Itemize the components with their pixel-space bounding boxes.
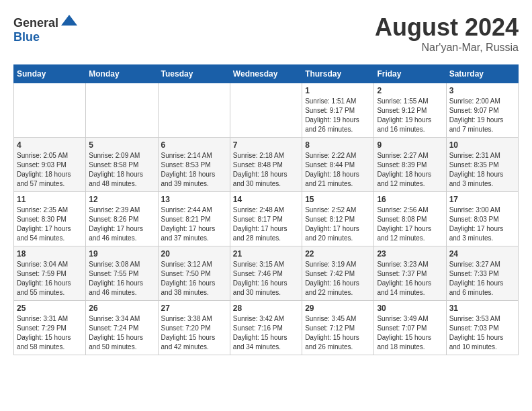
day-info: Sunrise: 3:15 AMSunset: 7:46 PMDaylight:… <box>233 260 299 298</box>
calendar-cell: 13Sunrise: 2:44 AMSunset: 8:21 PMDayligh… <box>158 192 230 246</box>
calendar-cell <box>230 83 302 138</box>
page-title: August 2024 <box>375 13 519 42</box>
day-number: 20 <box>161 249 227 259</box>
day-number: 26 <box>89 304 154 313</box>
calendar-cell: 3Sunrise: 2:00 AMSunset: 9:07 PMDaylight… <box>446 83 518 138</box>
day-number: 21 <box>233 249 299 259</box>
day-info: Sunrise: 3:49 AMSunset: 7:07 PMDaylight:… <box>377 314 443 352</box>
day-number: 30 <box>377 304 443 313</box>
calendar-cell <box>158 83 230 138</box>
calendar-cell: 9Sunrise: 2:27 AMSunset: 8:39 PMDaylight… <box>374 138 446 192</box>
day-number: 27 <box>161 304 227 313</box>
calendar-cell: 15Sunrise: 2:52 AMSunset: 8:12 PMDayligh… <box>302 192 374 246</box>
header-day-wednesday: Wednesday <box>230 65 302 83</box>
week-row-4: 18Sunrise: 3:04 AMSunset: 7:59 PMDayligh… <box>14 246 519 301</box>
day-number: 23 <box>377 249 443 259</box>
calendar-cell: 14Sunrise: 2:48 AMSunset: 8:17 PMDayligh… <box>230 192 302 246</box>
calendar-cell: 28Sunrise: 3:42 AMSunset: 7:16 PMDayligh… <box>230 301 302 355</box>
header-day-friday: Friday <box>374 65 446 83</box>
day-number: 9 <box>377 140 443 150</box>
day-info: Sunrise: 3:19 AMSunset: 7:42 PMDaylight:… <box>305 260 371 298</box>
calendar-cell: 31Sunrise: 3:53 AMSunset: 7:03 PMDayligh… <box>446 301 518 355</box>
calendar-cell: 18Sunrise: 3:04 AMSunset: 7:59 PMDayligh… <box>14 246 86 301</box>
day-number: 10 <box>449 140 515 150</box>
day-number: 4 <box>17 140 83 150</box>
header-day-monday: Monday <box>86 65 158 83</box>
day-info: Sunrise: 2:52 AMSunset: 8:12 PMDaylight:… <box>305 205 371 243</box>
calendar-cell: 19Sunrise: 3:08 AMSunset: 7:55 PMDayligh… <box>86 246 158 301</box>
calendar-header: SundayMondayTuesdayWednesdayThursdayFrid… <box>14 65 519 83</box>
calendar-cell: 25Sunrise: 3:31 AMSunset: 7:29 PMDayligh… <box>14 301 86 355</box>
day-info: Sunrise: 3:45 AMSunset: 7:12 PMDaylight:… <box>305 314 371 352</box>
logo: General Blue <box>13 13 79 44</box>
day-number: 12 <box>89 195 154 204</box>
calendar-cell: 23Sunrise: 3:23 AMSunset: 7:37 PMDayligh… <box>374 246 446 301</box>
week-row-2: 4Sunrise: 2:05 AMSunset: 9:03 PMDaylight… <box>14 138 519 192</box>
day-info: Sunrise: 2:44 AMSunset: 8:21 PMDaylight:… <box>161 205 227 243</box>
day-info: Sunrise: 2:14 AMSunset: 8:53 PMDaylight:… <box>161 151 227 189</box>
day-info: Sunrise: 3:38 AMSunset: 7:20 PMDaylight:… <box>161 314 227 352</box>
day-number: 14 <box>233 195 299 204</box>
calendar-cell: 24Sunrise: 3:27 AMSunset: 7:33 PMDayligh… <box>446 246 518 301</box>
day-info: Sunrise: 2:00 AMSunset: 9:07 PMDaylight:… <box>449 97 515 134</box>
calendar-cell: 7Sunrise: 2:18 AMSunset: 8:48 PMDaylight… <box>230 138 302 192</box>
logo-text: General Blue <box>13 13 79 44</box>
day-info: Sunrise: 2:35 AMSunset: 8:30 PMDaylight:… <box>17 205 83 243</box>
calendar-cell: 27Sunrise: 3:38 AMSunset: 7:20 PMDayligh… <box>158 301 230 355</box>
day-number: 24 <box>449 249 515 259</box>
day-info: Sunrise: 3:27 AMSunset: 7:33 PMDaylight:… <box>449 260 515 298</box>
day-info: Sunrise: 2:39 AMSunset: 8:26 PMDaylight:… <box>89 205 154 243</box>
day-info: Sunrise: 1:55 AMSunset: 9:12 PMDaylight:… <box>377 97 443 134</box>
day-number: 2 <box>377 86 443 95</box>
calendar-table: SundayMondayTuesdayWednesdayThursdayFrid… <box>13 64 519 355</box>
day-info: Sunrise: 1:51 AMSunset: 9:17 PMDaylight:… <box>305 97 371 134</box>
week-row-5: 25Sunrise: 3:31 AMSunset: 7:29 PMDayligh… <box>14 301 519 355</box>
calendar-cell: 5Sunrise: 2:09 AMSunset: 8:58 PMDaylight… <box>86 138 158 192</box>
logo-icon <box>60 13 79 27</box>
calendar-cell <box>14 83 86 138</box>
week-row-3: 11Sunrise: 2:35 AMSunset: 8:30 PMDayligh… <box>14 192 519 246</box>
day-info: Sunrise: 2:31 AMSunset: 8:35 PMDaylight:… <box>449 151 515 189</box>
header-day-thursday: Thursday <box>302 65 374 83</box>
calendar-cell: 6Sunrise: 2:14 AMSunset: 8:53 PMDaylight… <box>158 138 230 192</box>
svg-marker-0 <box>61 15 77 26</box>
header-day-tuesday: Tuesday <box>158 65 230 83</box>
day-info: Sunrise: 3:04 AMSunset: 7:59 PMDaylight:… <box>17 260 83 298</box>
calendar-cell: 8Sunrise: 2:22 AMSunset: 8:44 PMDaylight… <box>302 138 374 192</box>
day-info: Sunrise: 3:12 AMSunset: 7:50 PMDaylight:… <box>161 260 227 298</box>
day-number: 28 <box>233 304 299 313</box>
calendar-cell: 20Sunrise: 3:12 AMSunset: 7:50 PMDayligh… <box>158 246 230 301</box>
day-info: Sunrise: 2:05 AMSunset: 9:03 PMDaylight:… <box>17 151 83 189</box>
day-number: 17 <box>449 195 515 204</box>
calendar-cell: 4Sunrise: 2:05 AMSunset: 9:03 PMDaylight… <box>14 138 86 192</box>
day-info: Sunrise: 3:00 AMSunset: 8:03 PMDaylight:… <box>449 205 515 243</box>
calendar-cell <box>86 83 158 138</box>
day-number: 29 <box>305 304 371 313</box>
header-day-saturday: Saturday <box>446 65 518 83</box>
day-info: Sunrise: 3:08 AMSunset: 7:55 PMDaylight:… <box>89 260 154 298</box>
calendar-cell: 21Sunrise: 3:15 AMSunset: 7:46 PMDayligh… <box>230 246 302 301</box>
day-info: Sunrise: 2:09 AMSunset: 8:58 PMDaylight:… <box>89 151 154 189</box>
day-info: Sunrise: 3:31 AMSunset: 7:29 PMDaylight:… <box>17 314 83 352</box>
day-info: Sunrise: 2:48 AMSunset: 8:17 PMDaylight:… <box>233 205 299 243</box>
day-number: 8 <box>305 140 371 150</box>
day-info: Sunrise: 3:23 AMSunset: 7:37 PMDaylight:… <box>377 260 443 298</box>
day-number: 31 <box>449 304 515 313</box>
day-info: Sunrise: 2:27 AMSunset: 8:39 PMDaylight:… <box>377 151 443 189</box>
calendar-cell: 10Sunrise: 2:31 AMSunset: 8:35 PMDayligh… <box>446 138 518 192</box>
calendar-cell: 1Sunrise: 1:51 AMSunset: 9:17 PMDaylight… <box>302 83 374 138</box>
calendar-cell: 2Sunrise: 1:55 AMSunset: 9:12 PMDaylight… <box>374 83 446 138</box>
day-number: 18 <box>17 249 83 259</box>
day-number: 1 <box>305 86 371 95</box>
day-number: 3 <box>449 86 515 95</box>
day-number: 11 <box>17 195 83 204</box>
day-number: 22 <box>305 249 371 259</box>
calendar-body: 1Sunrise: 1:51 AMSunset: 9:17 PMDaylight… <box>14 83 519 355</box>
page-subtitle: Nar'yan-Mar, Russia <box>375 42 519 54</box>
calendar-cell: 11Sunrise: 2:35 AMSunset: 8:30 PMDayligh… <box>14 192 86 246</box>
day-info: Sunrise: 3:53 AMSunset: 7:03 PMDaylight:… <box>449 314 515 352</box>
calendar-cell: 29Sunrise: 3:45 AMSunset: 7:12 PMDayligh… <box>302 301 374 355</box>
calendar-cell: 17Sunrise: 3:00 AMSunset: 8:03 PMDayligh… <box>446 192 518 246</box>
calendar-cell: 12Sunrise: 2:39 AMSunset: 8:26 PMDayligh… <box>86 192 158 246</box>
day-number: 15 <box>305 195 371 204</box>
